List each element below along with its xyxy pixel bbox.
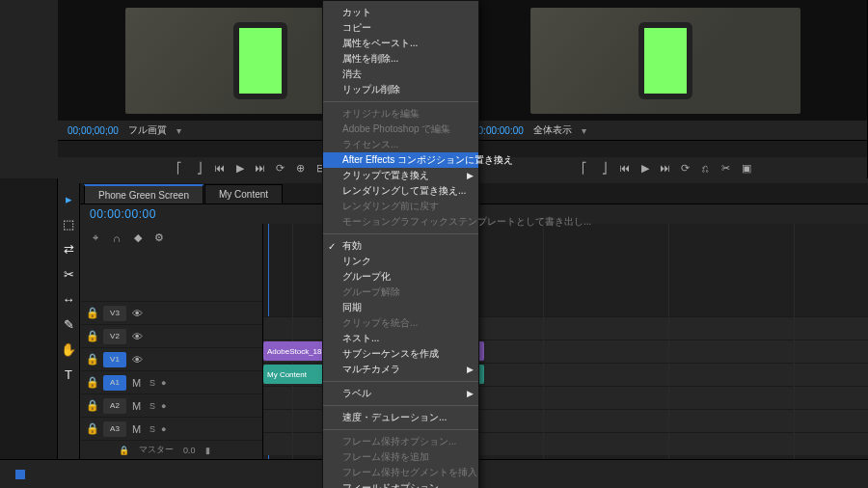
insert-icon[interactable]: ⊕: [294, 162, 307, 175]
menu-item[interactable]: ✓有効: [323, 238, 478, 254]
in-icon[interactable]: ⎡: [173, 162, 185, 175]
menu-item[interactable]: ネスト...: [323, 331, 478, 346]
track-header-v2[interactable]: 🔒V2👁: [80, 324, 262, 347]
source-zoom[interactable]: フル画質: [128, 123, 167, 137]
track-header-a3[interactable]: 🔒A3MS●: [80, 417, 262, 440]
green-screen-phone: [638, 22, 692, 99]
track-tag[interactable]: A3: [103, 421, 126, 437]
menu-item-label: フレーム保持セグメントを挿入: [342, 466, 477, 479]
eye-icon[interactable]: 👁: [132, 331, 144, 342]
track-tag[interactable]: V2: [103, 329, 126, 344]
menu-item[interactable]: 速度・デュレーション...: [323, 410, 478, 425]
menu-item[interactable]: グループ化: [323, 269, 478, 285]
settings-icon[interactable]: ⚙: [153, 231, 165, 244]
track-tag[interactable]: A2: [103, 398, 126, 414]
master-value: 0.0: [183, 446, 196, 455]
menu-item-label: フィールドオプション...: [342, 481, 447, 488]
track-header-v3[interactable]: 🔒V3👁: [80, 301, 262, 324]
program-zoom[interactable]: 全体表示: [533, 123, 572, 137]
timeline-timecode[interactable]: 00:00:00:00: [90, 207, 156, 221]
meter-icon: ▮: [205, 446, 210, 455]
menu-item[interactable]: 属性を削除...: [323, 51, 478, 67]
track-tag[interactable]: A1: [103, 375, 126, 391]
tool-strip: ▸ ⬚ ⇄ ✂ ↔ ✎ ✋ T: [58, 183, 79, 459]
in-icon[interactable]: ⎡: [578, 162, 590, 175]
check-icon: ✓: [328, 241, 336, 252]
menu-item: レンダリング前に戻す: [323, 199, 478, 214]
step-fwd-icon[interactable]: ⏭: [254, 162, 266, 175]
lock-icon[interactable]: 🔒: [86, 376, 97, 389]
menu-item[interactable]: フィールドオプション...: [323, 480, 478, 488]
menu-item[interactable]: リンク: [323, 254, 478, 269]
extract-icon[interactable]: ✂: [719, 162, 732, 175]
green-screen-phone: [233, 22, 287, 99]
mute-icon[interactable]: M: [132, 400, 144, 412]
mute-icon[interactable]: M: [132, 423, 144, 435]
lift-icon[interactable]: ⎌: [699, 162, 712, 175]
type-tool[interactable]: T: [61, 366, 76, 382]
lock-icon[interactable]: 🔒: [86, 422, 97, 435]
out-icon[interactable]: ⎦: [598, 162, 610, 175]
lock-icon[interactable]: 🔒: [86, 399, 97, 412]
menu-item[interactable]: クリップで置き換え▶: [323, 168, 478, 183]
step-fwd-icon[interactable]: ⏭: [659, 162, 671, 175]
menu-item[interactable]: 属性をペースト...: [323, 36, 478, 51]
program-monitor: 00:00:00:00 全体表示 ▾ ⎡ ⎦ ⏮ ▶ ⏭ ⟳ ⎌ ✂ ▣: [463, 0, 868, 178]
out-icon[interactable]: ⎦: [193, 162, 205, 175]
razor-tool[interactable]: ✂: [61, 266, 76, 282]
slip-tool[interactable]: ↔: [61, 291, 76, 307]
track-header-a2[interactable]: 🔒A2MS●: [80, 393, 262, 417]
hand-tool[interactable]: ✋: [61, 341, 76, 357]
play-icon[interactable]: ▶: [233, 162, 246, 175]
menu-item: グループ解除: [323, 285, 478, 300]
menu-item-label: マルチカメラ: [342, 363, 400, 376]
menu-item[interactable]: コピー: [323, 20, 478, 36]
source-timecode: 00;00;00;00: [68, 125, 119, 136]
loop-icon[interactable]: ⟳: [679, 162, 692, 175]
menu-item-label: フレーム保持を追加: [342, 450, 429, 464]
menu-item-label: レンダリングして置き換え...: [342, 184, 466, 198]
menu-item-label: カット: [342, 6, 371, 19]
link-icon[interactable]: ∩: [111, 232, 122, 244]
marker-icon[interactable]: ◆: [132, 231, 144, 244]
master-label: マスター: [139, 444, 174, 456]
menu-item[interactable]: マルチカメラ▶: [323, 362, 478, 377]
menu-item[interactable]: ラベル▶: [323, 386, 478, 401]
lock-icon[interactable]: 🔒: [119, 446, 129, 455]
submenu-arrow-icon: ▶: [467, 365, 474, 374]
track-tag[interactable]: V3: [103, 306, 126, 321]
eye-icon[interactable]: 👁: [132, 354, 144, 366]
menu-item[interactable]: 同期: [323, 300, 478, 315]
tab-phone-green-screen[interactable]: Phone Green Screen: [84, 184, 203, 203]
lock-icon[interactable]: 🔒: [86, 353, 97, 366]
step-back-icon[interactable]: ⏮: [213, 162, 226, 175]
menu-item[interactable]: レンダリングして置き換え...: [323, 183, 478, 199]
eye-icon[interactable]: 👁: [132, 308, 144, 319]
track-header-a1[interactable]: 🔒A1MS●: [80, 370, 262, 393]
snap-icon[interactable]: ⌖: [90, 231, 101, 244]
menu-item[interactable]: 消去: [323, 67, 478, 82]
mute-icon[interactable]: M: [132, 377, 144, 389]
export-frame-icon[interactable]: ▣: [740, 162, 752, 175]
play-icon[interactable]: ▶: [638, 162, 651, 175]
program-preview[interactable]: [463, 0, 867, 121]
track-header-v1[interactable]: 🔒V1👁: [80, 347, 262, 370]
step-back-icon[interactable]: ⏮: [618, 162, 631, 175]
menu-item[interactable]: カット: [323, 5, 478, 20]
program-ruler[interactable]: [463, 140, 867, 157]
menu-item[interactable]: サブシーケンスを作成: [323, 346, 478, 362]
tab-my-content[interactable]: My Content: [204, 184, 283, 203]
ripple-tool[interactable]: ⇄: [61, 241, 76, 257]
menu-item[interactable]: リップル削除: [323, 82, 478, 97]
loop-icon[interactable]: ⟳: [274, 162, 286, 175]
track-select-tool[interactable]: ⬚: [61, 216, 76, 231]
track-tag[interactable]: V1: [103, 352, 126, 367]
lock-icon[interactable]: 🔒: [86, 330, 97, 342]
menu-item[interactable]: After Effects コンポジションに置き換え: [323, 152, 478, 168]
submenu-arrow-icon: ▶: [467, 389, 474, 398]
menu-item-label: レンダリング前に戻す: [342, 200, 439, 213]
pen-tool[interactable]: ✎: [61, 316, 76, 332]
selection-tool[interactable]: ▸: [61, 191, 76, 206]
lock-icon[interactable]: 🔒: [86, 307, 97, 319]
menu-item-label: オリジナルを編集: [342, 107, 420, 121]
